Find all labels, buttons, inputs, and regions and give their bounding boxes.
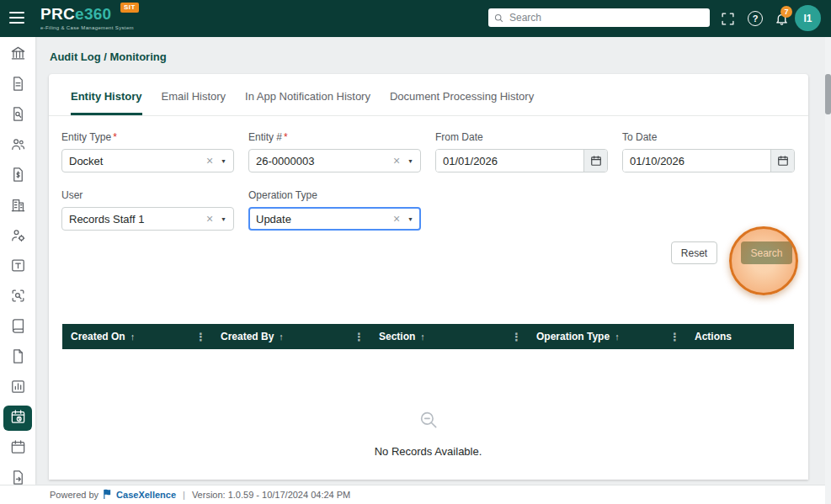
tab-document-processing-history[interactable]: Document Processing History (390, 90, 534, 115)
brand-name[interactable]: CaseXellence (116, 490, 176, 500)
sidebar-item-calendar[interactable] (3, 436, 32, 461)
sidebar-item-scan[interactable] (3, 284, 32, 310)
column-menu-icon[interactable]: ⋮ (669, 331, 686, 343)
entity-number-field: Entity #* 26-0000003 × ▼ (248, 131, 421, 172)
calendar-icon (10, 439, 26, 459)
from-date-label: From Date (435, 131, 483, 143)
sidebar-item-filings[interactable] (3, 72, 32, 98)
column-header-operation-type[interactable]: Operation Type ↑ ⋮ (528, 324, 686, 349)
sidebar-item-records[interactable] (3, 315, 32, 340)
menu-icon[interactable] (9, 12, 24, 27)
entity-type-value: Docket (69, 155, 206, 167)
entity-number-label: Entity # (248, 131, 282, 143)
sidebar-item-case-search[interactable] (3, 103, 32, 128)
tab-entity-history[interactable]: Entity History (71, 90, 142, 115)
users-icon (10, 136, 26, 156)
global-search-input[interactable] (509, 12, 705, 24)
to-date-field: To Date (622, 131, 795, 172)
column-menu-icon[interactable]: ⋮ (511, 331, 528, 343)
to-date-calendar-button[interactable] (770, 150, 794, 172)
avatar[interactable]: I1 (795, 5, 821, 31)
calendar-clock-icon (10, 409, 26, 428)
sidebar-item-tasks[interactable] (3, 254, 32, 279)
column-menu-icon[interactable]: ⋮ (195, 331, 212, 343)
scrollbar-thumb[interactable] (825, 74, 831, 114)
sort-asc-icon[interactable]: ↑ (420, 332, 425, 342)
required-marker: * (113, 131, 117, 143)
tab-in-app-notification-history[interactable]: In App Notification History (245, 90, 370, 115)
column-header-section[interactable]: Section ↑ ⋮ (370, 324, 528, 349)
results-table: Created On ↑ ⋮ Created By ↑ ⋮ Section ↑ … (62, 324, 794, 480)
tab-email-history[interactable]: Email History (162, 90, 226, 115)
casexellence-logo-icon (103, 489, 112, 501)
sidebar (0, 37, 35, 485)
sidebar-item-audit-log[interactable] (3, 406, 32, 431)
operation-type-select[interactable]: Update × ▼ (248, 207, 421, 231)
sort-asc-icon[interactable]: ↑ (279, 332, 284, 342)
user-field: User Records Staff 1 × ▼ (61, 189, 234, 231)
invoice-icon (10, 167, 26, 186)
calendar-icon (590, 155, 602, 167)
sort-asc-icon[interactable]: ↑ (131, 332, 136, 342)
no-results-magnifier-icon (418, 409, 439, 434)
sort-asc-icon[interactable]: ↑ (615, 332, 620, 342)
book-icon (10, 318, 26, 337)
chevron-down-icon[interactable]: ▼ (221, 216, 226, 222)
chevron-down-icon[interactable]: ▼ (221, 158, 226, 164)
empty-message: No Records Available. (375, 445, 482, 458)
table-empty-state: No Records Available. (62, 349, 794, 480)
powered-by-label: Powered by (50, 490, 99, 500)
chevron-down-icon[interactable]: ▼ (408, 216, 413, 222)
to-date-label: To Date (622, 131, 657, 143)
sidebar-item-documents[interactable] (3, 345, 32, 370)
chart-icon (10, 379, 26, 398)
sidebar-item-reports[interactable] (3, 375, 32, 401)
document-search-icon (10, 106, 26, 125)
task-card-icon (10, 257, 26, 277)
clear-icon[interactable]: × (393, 155, 400, 167)
clear-icon[interactable]: × (206, 155, 213, 167)
footer: Powered by CaseXellence | Version: 1.0.5… (0, 485, 831, 504)
entity-type-select[interactable]: Docket × ▼ (61, 149, 234, 172)
sidebar-item-organization[interactable] (3, 194, 32, 219)
user-settings-icon (10, 227, 26, 247)
entity-number-select[interactable]: 26-0000003 × ▼ (248, 149, 421, 172)
footer-separator: | (183, 490, 185, 500)
chevron-down-icon[interactable]: ▼ (408, 158, 413, 164)
sidebar-item-user-management[interactable] (3, 224, 32, 249)
version-text: Version: 1.0.59 - 10/17/2024 04:24 PM (192, 490, 350, 500)
tab-bar: Entity History Email History In App Noti… (49, 74, 808, 116)
search-button[interactable]: Search (741, 241, 792, 264)
bank-icon (10, 45, 26, 65)
calendar-icon (777, 155, 789, 167)
fullscreen-icon[interactable] (719, 10, 736, 27)
from-date-field: From Date (435, 131, 608, 172)
user-label: User (61, 189, 83, 201)
app-tagline: e-Filing & Case Management System (40, 25, 134, 30)
sidebar-item-parties[interactable] (3, 133, 32, 158)
user-select[interactable]: Records Staff 1 × ▼ (61, 207, 234, 231)
operation-type-label: Operation Type (248, 189, 317, 201)
column-menu-icon[interactable]: ⋮ (354, 331, 370, 343)
document-icon (10, 76, 26, 95)
help-icon[interactable]: ? (748, 11, 763, 26)
app-header: PRCe360 e-Filing & Case Management Syste… (0, 0, 831, 37)
clear-icon[interactable]: × (206, 213, 213, 225)
sidebar-item-institution[interactable] (3, 42, 32, 67)
entity-type-label: Entity Type (61, 131, 111, 143)
from-date-input[interactable] (436, 150, 583, 172)
clear-icon[interactable]: × (393, 213, 400, 225)
global-search (488, 8, 710, 27)
building-icon (10, 197, 26, 216)
sidebar-item-payments[interactable] (3, 163, 32, 188)
column-header-created-on[interactable]: Created On ↑ ⋮ (62, 324, 212, 349)
notification-count-badge[interactable]: 7 (780, 6, 792, 18)
from-date-calendar-button[interactable] (583, 150, 607, 172)
file-icon (10, 348, 26, 368)
search-icon (493, 13, 504, 24)
required-marker: * (284, 131, 288, 143)
reset-button[interactable]: Reset (671, 241, 717, 264)
column-header-created-by[interactable]: Created By ↑ ⋮ (212, 324, 370, 349)
to-date-input[interactable] (623, 150, 770, 172)
table-header: Created On ↑ ⋮ Created By ↑ ⋮ Section ↑ … (62, 324, 794, 349)
